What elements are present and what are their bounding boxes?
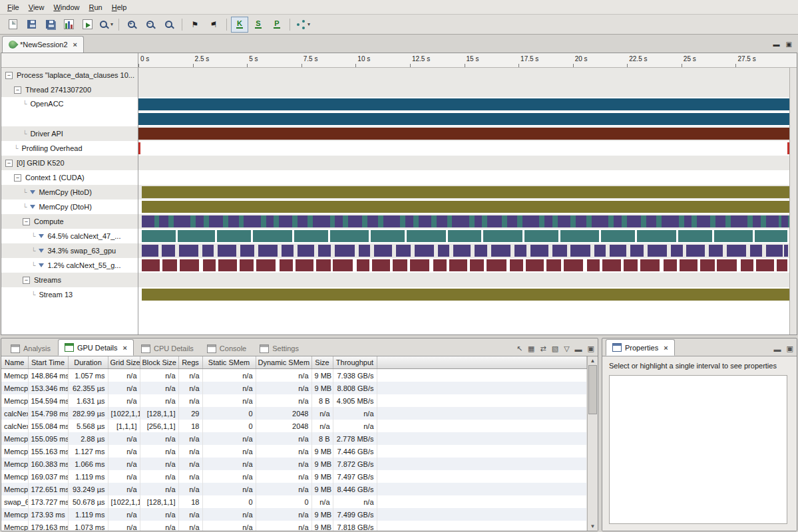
timeline-interval-maroon[interactable] [333, 259, 352, 271]
compare-arrows-button[interactable]: ⇄ [540, 344, 546, 353]
timeline-interval-purple[interactable] [202, 245, 214, 257]
timeline-interval-purple[interactable] [491, 245, 510, 257]
timeline-interval-purple[interactable] [240, 245, 255, 257]
timeline-interval-purple[interactable] [475, 215, 483, 227]
timeline-interval-teal[interactable] [217, 230, 251, 242]
next-marker-button[interactable]: ⚑ [205, 17, 222, 33]
zoom-in-button[interactable]: + [123, 17, 140, 33]
column-header-duration[interactable]: Duration [68, 356, 108, 369]
timeline-interval-teal[interactable] [142, 230, 176, 242]
timeline-interval-purple[interactable] [753, 215, 761, 227]
timeline-interval-maroon[interactable] [664, 259, 677, 271]
timeline-interval-purple[interactable] [552, 245, 567, 257]
timeline-row-34-3-swap-63-gpu[interactable]: └34.3% swap_63_gpu [1, 243, 138, 258]
timeline-interval-maroon[interactable] [410, 259, 429, 271]
collapse-toggle-icon[interactable]: − [23, 218, 30, 225]
timeline-interval-maroon[interactable] [700, 259, 715, 271]
timeline-interval-teal[interactable] [178, 230, 216, 242]
timeline-interval-purple[interactable] [646, 215, 657, 227]
tab-gpu-details[interactable]: GPU Details× [58, 339, 134, 356]
timeline-interval-purple[interactable] [367, 215, 378, 227]
timeline-interval-purple[interactable] [142, 245, 158, 257]
table-row[interactable]: Memcpy179.163 ms1.073 msn/an/an/an/an/a9… [1, 521, 587, 531]
timeline-interval-maroon[interactable] [280, 259, 293, 271]
timeline-interval-purple[interactable] [396, 245, 411, 257]
timeline-interval-purple[interactable] [576, 215, 586, 227]
table-row[interactable]: Memcpy173.93 ms1.119 msn/an/an/an/an/a9 … [1, 508, 587, 521]
timeline-interval-teal[interactable] [483, 230, 522, 242]
timeline-interval-driver[interactable] [138, 128, 789, 140]
timeline-interval-purple[interactable] [359, 245, 371, 257]
timeline-vertical-scrollbar[interactable] [789, 68, 797, 334]
tab-analysis[interactable]: Analysis [5, 341, 57, 356]
timeline-interval-purple[interactable] [784, 245, 788, 257]
timeline-interval-maroon[interactable] [510, 259, 523, 271]
timeline-interval-purple[interactable] [671, 245, 683, 257]
process-timeline-button[interactable]: P [268, 17, 286, 33]
timeline-interval-purple[interactable] [452, 215, 469, 227]
timeline-interval-purple[interactable] [159, 215, 168, 227]
timeline-interval-purple[interactable] [298, 215, 308, 227]
timeline-interval-purple[interactable] [266, 215, 274, 227]
timeline-row-64-5-calcnext-47[interactable]: └64.5% calcNext_47_... [1, 229, 138, 243]
search-button[interactable]: ▾ [97, 17, 114, 33]
timeline-interval-purple[interactable] [453, 245, 470, 257]
table-row[interactable]: Memcpy154.594 ms1.631 µsn/an/an/an/an/a8… [1, 394, 587, 407]
timeline-interval-purple[interactable] [313, 215, 329, 227]
prev-marker-button[interactable]: ⚑ [186, 17, 204, 33]
timeline-interval-maroon[interactable] [218, 259, 236, 271]
timeline-row-1-2-calcnext-55-g[interactable]: └1.2% calcNext_55_g... [1, 258, 138, 273]
timeline-interval-purple[interactable] [592, 215, 608, 227]
column-header-regs[interactable]: Regs [178, 356, 202, 369]
timeline-interval-maroon[interactable] [256, 259, 276, 271]
save-as-button[interactable] [41, 17, 59, 33]
timeline-interval-purple[interactable] [684, 215, 692, 227]
timeline-interval-purple[interactable] [174, 215, 190, 227]
timeline-interval-purple[interactable] [383, 215, 400, 227]
timeline-interval-maroon[interactable] [640, 259, 660, 271]
timeline-interval-teal[interactable] [371, 230, 405, 242]
timeline-interval-purple[interactable] [218, 245, 236, 257]
timeline-interval-purple[interactable] [228, 215, 239, 227]
timeline-interval-maroon[interactable] [717, 259, 736, 271]
new-session-button[interactable] [4, 17, 21, 33]
timeline-interval-maroon[interactable] [357, 259, 370, 271]
timeline-interval-purple[interactable] [162, 245, 175, 257]
view-menu-button[interactable]: ▽ [564, 344, 569, 353]
timeline-interval-purple[interactable] [766, 245, 783, 257]
timeline-interval-purple[interactable] [507, 215, 518, 227]
tab-settings[interactable]: Settings [254, 341, 305, 356]
timeline-row-openacc[interactable]: └OpenACC [1, 97, 138, 126]
timeline-interval-maroon[interactable] [296, 259, 313, 271]
timeline-interval-teal[interactable] [560, 230, 600, 242]
timeline-interval-purple[interactable] [318, 245, 331, 257]
timeline-interval-purple[interactable] [374, 245, 392, 257]
close-icon[interactable]: × [123, 344, 127, 352]
tab-console[interactable]: Console [201, 341, 252, 356]
column-header-name[interactable]: Name [1, 356, 28, 369]
timeline-interval-maroon[interactable] [487, 259, 506, 271]
column-header-dynamic-smem[interactable]: Dynamic SMem [256, 356, 311, 369]
timeline-interval-purple[interactable] [514, 245, 526, 257]
timeline-interval-teal[interactable] [253, 230, 292, 242]
maximize-button[interactable]: ▣ [588, 344, 594, 353]
timeline-interval-purple[interactable] [438, 245, 450, 257]
timeline-interval-purple[interactable] [142, 215, 155, 227]
timeline-interval-purple[interactable] [282, 245, 294, 257]
close-icon[interactable]: × [73, 41, 77, 49]
table-row[interactable]: Memcpy155.095 ms2.88 µsn/an/an/an/an/a8 … [1, 432, 587, 445]
column-header-block-size[interactable]: Block Size [140, 356, 178, 369]
timeline-interval-purple[interactable] [487, 215, 502, 227]
collapse-toggle-icon[interactable]: − [14, 86, 21, 94]
timeline-interval-maroon[interactable] [470, 259, 485, 271]
timeline-interval-maroon[interactable] [680, 259, 698, 271]
timeline-interval-maroon[interactable] [393, 259, 407, 271]
timeline-interval-purple[interactable] [662, 215, 678, 227]
menu-file[interactable]: File [3, 2, 24, 13]
timeline-interval-teal[interactable] [330, 230, 369, 242]
timeline-interval-purple[interactable] [522, 215, 539, 227]
timeline-interval-memcpy[interactable] [142, 201, 789, 213]
timeline-interval-purple[interactable] [298, 245, 314, 257]
timeline-interval-purple[interactable] [630, 245, 644, 257]
timeline-interval-maroon[interactable] [741, 259, 754, 271]
